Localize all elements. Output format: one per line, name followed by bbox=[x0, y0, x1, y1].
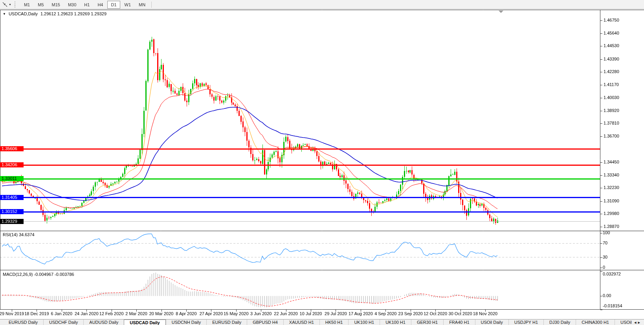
date-tick-label: 15 May 2020 bbox=[224, 311, 249, 316]
symbol-tab-xauusd-h1-7[interactable]: XAUUSD H1 bbox=[283, 319, 319, 325]
trading-terminal-window: ▼ M1M5M15M30H1H4D1W1MN ▼ USDCAD,Daily 1.… bbox=[0, 0, 644, 325]
symbol-tab-eurusd-daily-0[interactable]: EURUSD Daily bbox=[3, 319, 43, 325]
timeframe-button-m30[interactable]: M30 bbox=[64, 1, 80, 9]
price-line-tag[interactable]: 1.30152 bbox=[0, 209, 24, 214]
price-line-tag[interactable]: 1.34206 bbox=[0, 162, 24, 167]
price-tick-label: 1.33340 bbox=[604, 173, 619, 178]
symbol-tab-ger30-h1-11[interactable]: GER30 H1 bbox=[411, 319, 443, 325]
chart-canvas[interactable] bbox=[0, 9, 644, 312]
timeframe-button-w1[interactable]: W1 bbox=[121, 1, 135, 9]
symbol-tab-fra40-h1-12[interactable]: FRA40 H1 bbox=[443, 319, 475, 325]
date-tick-label: 22 Jun 2020 bbox=[274, 311, 298, 316]
date-tick-label: 18 Dec 2019 bbox=[24, 311, 49, 316]
price-tick-label: 1.41170 bbox=[604, 82, 619, 87]
date-tick-label: 2 Mar 2020 bbox=[125, 311, 147, 316]
price-tick-label: 1.31090 bbox=[604, 198, 619, 204]
symbol-tab-usdcad-daily-3[interactable]: USDCAD Daily bbox=[124, 319, 165, 325]
date-tick-label: 29 Nov 2019 bbox=[0, 311, 24, 316]
rsi-label: RSI(14) 34.6374 bbox=[3, 232, 35, 237]
rsi-tick-label: 100 bbox=[603, 230, 610, 235]
crosshair-cursor-icon[interactable] bbox=[2, 2, 8, 7]
timeframe-button-mn[interactable]: MN bbox=[135, 1, 149, 9]
timeframe-button-m5[interactable]: M5 bbox=[34, 1, 47, 9]
date-tick-label: 12 Oct 2020 bbox=[424, 311, 447, 316]
tab-scroll-right-icon[interactable]: ▸ bbox=[638, 320, 642, 325]
price-tick-label: 1.38920 bbox=[604, 108, 619, 113]
date-tick-label: 3 Jun 2020 bbox=[250, 311, 272, 316]
macd-tick-label: 0.00 bbox=[603, 293, 611, 298]
date-tick-label: 23 Sep 2020 bbox=[398, 311, 423, 316]
date-tick-label: 20 Mar 2020 bbox=[149, 311, 174, 316]
date-tick-label: 30 Oct 2020 bbox=[449, 311, 472, 316]
price-tick-label: 1.46750 bbox=[604, 18, 619, 23]
price-tick-label: 1.37810 bbox=[604, 121, 619, 126]
date-tick-label: 24 Jan 2020 bbox=[75, 311, 99, 316]
macd-tick-label: -0.018154 bbox=[603, 303, 622, 308]
price-line-tag[interactable]: 1.31405 bbox=[0, 195, 24, 200]
rsi-tick-label: 70 bbox=[603, 241, 607, 246]
symbol-tab-usdchf-daily-1[interactable]: USDCHF Daily bbox=[43, 319, 83, 325]
price-line-tag[interactable]: 1.35606 bbox=[0, 146, 24, 151]
price-tick-label: 1.34450 bbox=[604, 160, 619, 165]
date-tick-label: 4 Sep 2020 bbox=[374, 311, 396, 316]
price-tick-label: 1.29980 bbox=[604, 211, 619, 216]
timeframe-button-h1[interactable]: H1 bbox=[81, 1, 93, 9]
symbol-tabbar: EURUSD DailyUSDCHF DailyAUDUSD DailyUSDC… bbox=[0, 319, 644, 325]
date-tick-label: 10 Jul 2020 bbox=[300, 311, 322, 316]
toolbar-separator bbox=[151, 2, 152, 8]
price-line-tag[interactable]: 1.33011 bbox=[0, 176, 24, 181]
macd-label: MACD(12,26,9) -0.004967 -0.003786 bbox=[3, 272, 74, 277]
symbol-tab-usdcnh-daily-4[interactable]: USDCNH Daily bbox=[166, 319, 207, 325]
symbol-tab-uk100-h1-9[interactable]: UK100 H1 bbox=[348, 319, 380, 325]
price-line-tag[interactable]: 1.29329 bbox=[0, 219, 24, 224]
symbol-tab-hk50-h1-8[interactable]: HK50 H1 bbox=[319, 319, 349, 325]
collapse-indicator-icon[interactable]: ▼ bbox=[3, 11, 6, 17]
rsi-tick-label: 0 bbox=[603, 265, 605, 270]
symbol-tab-eurusd-daily-5[interactable]: EURUSD Daily bbox=[206, 319, 247, 325]
symbol-tab-dj30-daily-15[interactable]: DJ30 Daily bbox=[543, 319, 576, 325]
date-tick-label: 6 Jan 2020 bbox=[51, 311, 72, 316]
price-tick-label: 1.42280 bbox=[604, 69, 619, 74]
timeframe-button-d1[interactable]: D1 bbox=[107, 1, 120, 9]
symbol-tab-usdjpy-h1-14[interactable]: USDJPY H1 bbox=[508, 319, 543, 325]
date-tick-label: 17 Aug 2020 bbox=[349, 311, 373, 316]
symbol-tab-usoil-daily-13[interactable]: USOil Daily bbox=[475, 319, 508, 325]
price-tick-label: 1.44530 bbox=[604, 43, 619, 48]
timeframe-button-h4[interactable]: H4 bbox=[94, 1, 106, 9]
date-tick-label: 29 Jul 2020 bbox=[325, 311, 347, 316]
price-tick-label: 1.45640 bbox=[604, 31, 619, 36]
symbol-tab-china300-h1-16[interactable]: CHINA300 H1 bbox=[576, 319, 615, 325]
symbol-tab-uk100-h1-10[interactable]: UK100 H1 bbox=[380, 319, 411, 325]
toolbar-grip[interactable] bbox=[15, 2, 17, 7]
date-tick-label: 8 Apr 2020 bbox=[176, 311, 196, 316]
price-tick-label: 1.43390 bbox=[604, 57, 619, 62]
price-tick-label: 1.28870 bbox=[604, 224, 619, 229]
chart-type-dropdown-icon[interactable]: ▼ bbox=[9, 3, 11, 6]
timeframe-button-m1[interactable]: M1 bbox=[20, 1, 33, 9]
symbol-tab-audusd-daily-2[interactable]: AUDUSD Daily bbox=[83, 319, 124, 325]
rsi-tick-label: 30 bbox=[603, 255, 607, 260]
symbol-period-label: USDCAD,Daily bbox=[9, 11, 38, 17]
chart-title: ▼ USDCAD,Daily 1.29612 1.29623 1.29269 1… bbox=[3, 11, 106, 17]
tabbar-scroll-arrows[interactable]: ◂▸ bbox=[633, 319, 643, 325]
date-tick-label: 18 Nov 2020 bbox=[473, 311, 497, 316]
ohlc-values-label: 1.29612 1.29623 1.29269 1.29329 bbox=[40, 11, 106, 17]
date-tick-label: 27 Apr 2020 bbox=[200, 311, 223, 316]
date-tick-label: 12 Feb 2020 bbox=[99, 311, 124, 316]
price-tick-label: 1.32230 bbox=[604, 185, 619, 190]
timeframe-button-m15[interactable]: M15 bbox=[48, 1, 64, 9]
price-tick-label: 1.40030 bbox=[604, 95, 619, 100]
timeframe-toolbar: ▼ M1M5M15M30H1H4D1W1MN bbox=[0, 0, 644, 9]
symbol-tab-gbpusd-h4-6[interactable]: GBPUSD H4 bbox=[247, 319, 283, 325]
macd-tick-label: 0.032972 bbox=[603, 272, 621, 277]
price-tick-label: 1.36700 bbox=[604, 134, 619, 139]
